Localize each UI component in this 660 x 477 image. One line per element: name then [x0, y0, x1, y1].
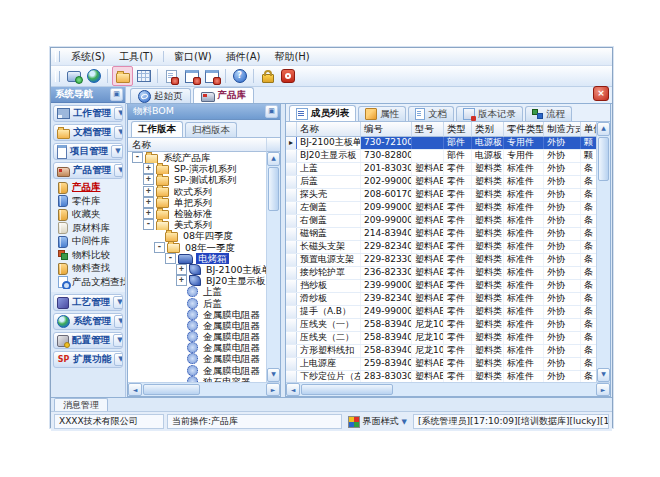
menubar-grip[interactable] [55, 51, 60, 62]
column-header-编号[interactable]: 编号 [361, 122, 412, 137]
chevron-down-icon[interactable]: ▼ [114, 164, 123, 177]
tree-horizontal-scrollbar[interactable]: ◄ ► [128, 382, 280, 396]
tree-node[interactable]: 金属膜电阻器 [128, 365, 266, 376]
sidebar-section-6[interactable]: 配置管理▼ [53, 332, 123, 349]
table-row[interactable]: ▸BJ-2100主板单点730-721000-12X部件电源板专用件外协颗 [286, 137, 596, 150]
tree-expander-icon[interactable]: - [165, 253, 176, 264]
ui-style-selector[interactable]: 界面样式 ▼ [345, 415, 410, 428]
sidebar-item-物料比较[interactable]: 物料比较 [51, 249, 125, 263]
members-tab-文档[interactable]: 文档 [408, 106, 454, 121]
sidebar-item-原材料库[interactable]: 原材料库 [51, 222, 125, 236]
table-row[interactable]: 方形塑料线扣258-839403-00X尼龙1010零件塑料类标准件外协条 [286, 345, 596, 358]
table-row[interactable]: 探头壳208-601701-01X塑料ABS零件塑料类标准件外协条 [286, 189, 596, 202]
chevron-down-icon[interactable]: ▼ [114, 126, 123, 139]
scroll-left-icon[interactable]: ◄ [128, 383, 142, 396]
tree-expander-icon[interactable]: - [143, 219, 154, 230]
table-row[interactable]: 右侧盖209-990002-01X塑料ABS零件塑料类标准件外协条 [286, 215, 596, 228]
tree-expander-icon[interactable]: + [143, 208, 154, 219]
tree-scroll-thumb[interactable] [268, 167, 279, 211]
tree-node[interactable]: 金属膜电阻器 [128, 331, 266, 342]
tree-expander-icon[interactable]: + [143, 197, 154, 208]
table-row[interactable]: 挡纱板239-990001-01X塑料ABS零件塑料类标准件外协条 [286, 280, 596, 293]
table-row[interactable]: 下纱定位片（左）283-830301-00X塑料ABS零件塑料类标准件外协条 [286, 371, 596, 382]
sidebar-section-4[interactable]: 工艺管理▼ [53, 294, 123, 311]
table-row[interactable]: 磁钢盖214-839404-01X塑料ABS零件塑料类标准件外协条 [286, 228, 596, 241]
column-header-单位[interactable]: 单位 [581, 122, 596, 137]
table-row[interactable]: 压线夹（一）258-839401-00X尼龙1010零件塑料类标准件外协条 [286, 319, 596, 332]
sidebar-item-收藏夹[interactable]: 收藏夹 [51, 208, 125, 222]
menu-tools[interactable]: 工具(T) [112, 49, 160, 65]
menu-system[interactable]: 系统(S) [64, 49, 112, 65]
tree-vertical-scrollbar[interactable]: ▲ ▼ [266, 152, 280, 382]
table-row[interactable]: 长磁头支架229-823401-00X塑料ABS零件塑料类标准件外协条 [286, 241, 596, 254]
table-scroll-thumb[interactable] [598, 137, 609, 181]
tree-expander-icon[interactable]: + [143, 163, 154, 174]
table-row[interactable]: 压线夹（二）258-839402-00X尼龙1010零件塑料类标准件外协条 [286, 332, 596, 345]
tree-node[interactable]: -美式系列 [128, 219, 266, 230]
table-row[interactable]: 后盖202-990002-01X塑料ABS零件塑料类标准件外协条 [286, 176, 596, 189]
toolbar-grip[interactable] [55, 71, 60, 82]
menu-plugins[interactable]: 插件(A) [219, 49, 268, 65]
chevron-down-icon[interactable]: ▼ [111, 145, 123, 158]
workspace-button[interactable] [64, 67, 83, 85]
chevron-down-icon[interactable]: ▼ [113, 296, 123, 309]
scroll-down-icon[interactable]: ▼ [267, 368, 280, 382]
menu-window[interactable]: 窗口(W) [167, 49, 219, 65]
tree-node[interactable]: -08年一季度 [128, 242, 266, 253]
tree-node[interactable]: +检验标准 [128, 208, 266, 219]
tree-node[interactable]: +单把系列 [128, 197, 266, 208]
table-row[interactable]: 预置电源支架229-823302-00X塑料ABS零件塑料类标准件外协条 [286, 254, 596, 267]
help-button[interactable] [230, 67, 249, 85]
tree-node[interactable]: -电烤箱 [128, 253, 266, 264]
tree-node[interactable]: +欧式系列 [128, 186, 266, 197]
scroll-right-icon[interactable]: ► [596, 383, 610, 396]
sidebar-item-产品文档查找[interactable]: 产品文档查找 [51, 276, 125, 290]
chevron-down-icon[interactable]: ▼ [114, 315, 123, 328]
bom-tab-工作版本[interactable]: 工作版本 [131, 121, 183, 137]
members-tab-流程[interactable]: 流程 [525, 106, 572, 121]
tree-expander-icon[interactable]: + [176, 264, 187, 275]
tree-node[interactable]: +SP-测试机系列 [128, 174, 266, 185]
table-row[interactable]: 左侧盖209-990001-01X塑料ABS零件塑料类标准件外协条 [286, 202, 596, 215]
tree-hscroll-thumb[interactable] [143, 384, 200, 395]
bom-pin-button[interactable]: ▣ [265, 105, 278, 118]
close-tab-button[interactable]: × [593, 86, 609, 101]
sidebar-item-零件库[interactable]: 零件库 [51, 195, 125, 209]
doc-tab-product[interactable]: 产品库 [193, 87, 255, 103]
column-header-零件类型[interactable]: 零件类型 [504, 122, 544, 137]
scroll-up-icon[interactable]: ▲ [597, 122, 610, 136]
tree-node[interactable]: 金属膜电阻器 [128, 320, 266, 331]
sidebar-section-5[interactable]: 系统管理▼ [53, 313, 123, 330]
exit-button[interactable] [278, 67, 297, 85]
sidebar-section-0[interactable]: 工作管理▼ [53, 105, 123, 122]
close-document-button[interactable] [162, 67, 181, 85]
members-tab-版本记录[interactable]: 版本记录 [456, 106, 523, 121]
table-horizontal-scrollbar[interactable]: ◄ ► [286, 382, 610, 396]
sidebar-item-产品库[interactable]: 产品库 [51, 181, 125, 195]
table-row[interactable]: BJ20主显示板730-828000-04X部件电源板专用件外协颗 [286, 150, 596, 163]
tree-expander-icon[interactable]: + [143, 186, 154, 197]
table-row[interactable]: 接纱轮护罩236-823301-00X塑料ABS零件塑料类标准件外协条 [286, 267, 596, 280]
tree-node[interactable]: 金属膜电阻器 [128, 353, 266, 364]
column-header-类型[interactable]: 类型 [444, 122, 472, 137]
scroll-left-icon[interactable]: ◄ [286, 383, 300, 396]
tree-expander-icon[interactable]: + [176, 275, 187, 286]
sidebar-section-3[interactable]: 产品管理▼ [53, 162, 123, 179]
sidebar-section-1[interactable]: 文档管理▼ [53, 124, 123, 141]
close-window-button[interactable] [182, 67, 201, 85]
tree-column-name[interactable]: 名称 [128, 138, 267, 152]
members-tab-成员列表[interactable]: 成员列表 [289, 105, 356, 121]
table-row[interactable]: 滑纱板239-823401-00X塑料ABS零件塑料类标准件外协条 [286, 293, 596, 306]
chevron-down-icon[interactable]: ▼ [113, 334, 123, 347]
table-row[interactable]: 上盖201-830302-00X塑料ABS零件塑料类标准件外协条 [286, 163, 596, 176]
doc-tab-start[interactable]: 起始页 [130, 88, 191, 103]
tree-node[interactable]: 金属膜电阻器 [128, 342, 266, 353]
tree-node[interactable]: +BJ20主显示板 [128, 275, 266, 286]
data-grid-button[interactable] [134, 67, 153, 85]
tree-expander-icon[interactable]: + [143, 174, 154, 185]
tree-node[interactable]: -系统产品库 [128, 152, 266, 163]
column-header-型号[interactable]: 型号 [412, 122, 444, 137]
message-manager-tab[interactable]: 消息管理 [54, 398, 108, 411]
tree-node[interactable]: +SP-演示机系列 [128, 163, 266, 174]
sidebar-pin-button[interactable]: ▣ [110, 88, 123, 101]
